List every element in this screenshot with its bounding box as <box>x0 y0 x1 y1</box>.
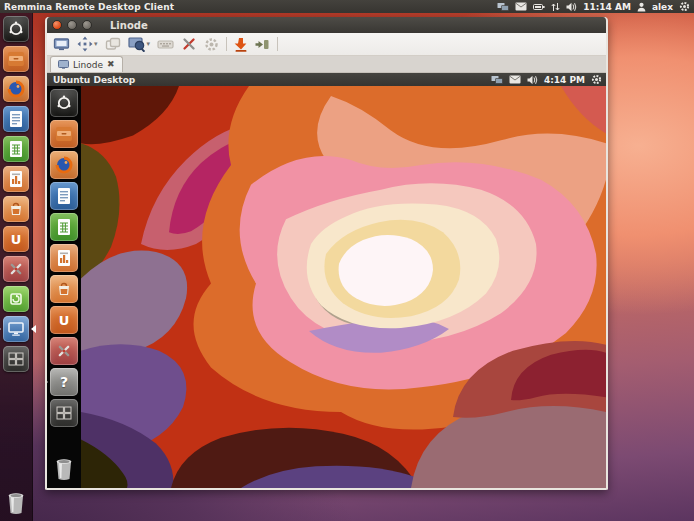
remote-panel-title: Ubuntu Desktop <box>47 75 135 85</box>
software-center-icon[interactable] <box>3 196 29 222</box>
duplicate-connection-button[interactable] <box>105 37 121 52</box>
software-center-icon[interactable] <box>50 275 78 303</box>
disconnect-button[interactable] <box>255 38 270 51</box>
screenshot-button[interactable] <box>234 37 248 52</box>
running-indicator <box>45 378 52 386</box>
remmina-window: Linode ▾ ▾ <box>45 17 608 490</box>
toolbar-separator <box>277 37 278 51</box>
remote-indicators: 4:14 PM <box>491 74 606 85</box>
fullscreen-button[interactable] <box>53 36 70 52</box>
remmina-toolbar: ▾ ▾ <box>47 33 606 56</box>
tab-screen-icon <box>58 60 69 69</box>
network-icon[interactable] <box>491 75 503 85</box>
remote-wallpaper[interactable] <box>81 86 606 488</box>
window-close-button[interactable] <box>52 20 62 30</box>
system-settings-icon[interactable] <box>3 256 29 282</box>
libreoffice-calc-icon[interactable] <box>3 136 29 162</box>
libreoffice-writer-icon[interactable] <box>50 182 78 210</box>
host-unity-launcher: U <box>0 13 33 521</box>
tab-close-button[interactable]: ✖ <box>107 60 115 69</box>
trash-icon[interactable] <box>50 455 78 483</box>
workspace-switcher-icon[interactable] <box>3 346 29 372</box>
trash-icon[interactable] <box>3 490 29 516</box>
preferences-tools-button[interactable] <box>181 36 197 52</box>
window-minimize-button[interactable] <box>67 20 77 30</box>
scale-dropdown[interactable]: ▾ <box>94 41 98 48</box>
dash-home-icon[interactable] <box>50 89 78 117</box>
host-clock[interactable]: 11:14 AM <box>583 2 631 12</box>
window-maximize-button[interactable] <box>82 20 92 30</box>
running-indicator <box>0 325 5 333</box>
session-gear-icon[interactable] <box>679 1 690 12</box>
volume-icon[interactable] <box>527 75 538 85</box>
update-sync-icon[interactable] <box>3 286 29 312</box>
home-folder-icon[interactable] <box>50 120 78 148</box>
mail-icon[interactable] <box>515 2 527 11</box>
remote-clock[interactable]: 4:14 PM <box>544 75 585 85</box>
sync-button[interactable] <box>204 37 219 52</box>
remote-session-view[interactable]: Ubuntu Desktop 4:14 PM <box>47 73 606 488</box>
ubuntu-one-icon[interactable]: U <box>3 226 29 252</box>
focused-indicator <box>27 325 36 333</box>
libreoffice-impress-icon[interactable] <box>50 244 78 272</box>
scaled-dropdown[interactable]: ▾ <box>147 41 151 48</box>
battery-icon[interactable] <box>533 3 545 11</box>
host-top-panel: Remmina Remote Desktop Client 11:14 AM a… <box>0 0 694 13</box>
remote-desktop-body[interactable]: U ? <box>47 86 606 488</box>
workspace-switcher-icon[interactable] <box>50 399 78 427</box>
network-icon[interactable] <box>497 2 509 12</box>
libreoffice-writer-icon[interactable] <box>3 106 29 132</box>
firefox-icon[interactable] <box>3 76 29 102</box>
home-folder-icon[interactable] <box>3 46 29 72</box>
dash-home-icon[interactable] <box>3 16 29 42</box>
user-icon[interactable] <box>637 2 646 12</box>
system-settings-icon[interactable] <box>50 337 78 365</box>
volume-icon[interactable] <box>566 2 577 12</box>
host-indicators: 11:14 AM alex <box>497 1 694 12</box>
ubuntu-one-icon[interactable]: U <box>50 306 78 334</box>
scale-fit-button[interactable]: ▾ <box>77 36 98 52</box>
mail-icon[interactable] <box>509 75 521 84</box>
grab-keyboard-button[interactable] <box>157 38 174 50</box>
libreoffice-calc-icon[interactable] <box>50 213 78 241</box>
window-titlebar[interactable]: Linode <box>47 17 606 33</box>
remmina-icon[interactable] <box>3 316 29 342</box>
remote-unity-launcher: U ? <box>47 86 81 488</box>
tab-linode[interactable]: Linode ✖ <box>50 56 123 72</box>
libreoffice-impress-icon[interactable] <box>3 166 29 192</box>
session-gear-icon[interactable] <box>591 74 602 85</box>
tab-bar: Linode ✖ <box>47 56 606 73</box>
unknown-window-icon[interactable]: ? <box>50 368 78 396</box>
scaled-mode-button[interactable]: ▾ <box>128 36 151 52</box>
window-title: Linode <box>110 20 148 31</box>
sync-arrows-icon[interactable] <box>551 2 560 12</box>
toolbar-separator <box>226 37 227 51</box>
firefox-icon[interactable] <box>50 151 78 179</box>
remote-top-panel: Ubuntu Desktop 4:14 PM <box>47 73 606 86</box>
appmenu-title: Remmina Remote Desktop Client <box>0 2 174 12</box>
username-label[interactable]: alex <box>652 2 673 12</box>
tab-label: Linode <box>73 60 103 70</box>
